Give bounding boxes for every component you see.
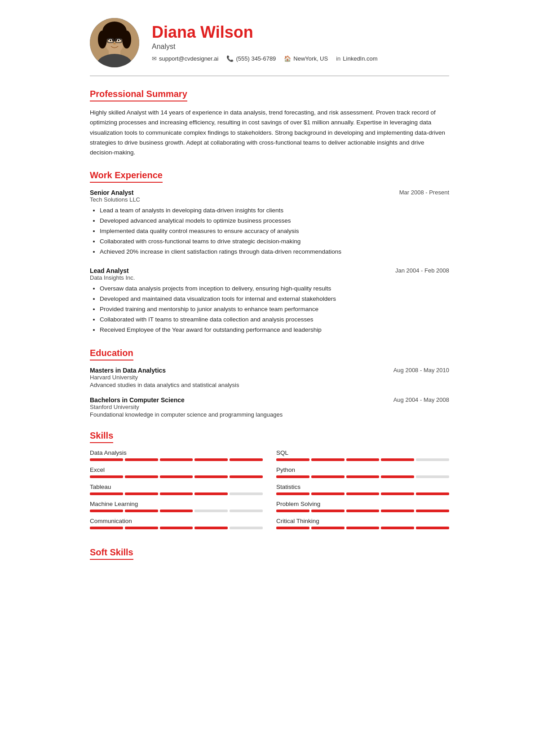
bullet: Provided training and mentorship to juni… xyxy=(100,304,449,315)
edu-date-1: Aug 2004 - May 2008 xyxy=(393,396,449,404)
bullet: Lead a team of analysts in developing da… xyxy=(100,206,449,216)
soft-skills-section: Soft Skills xyxy=(90,535,449,560)
skills-col-right: SQL Python xyxy=(276,449,449,535)
job-title-0: Senior Analyst xyxy=(90,189,134,196)
skill-tableau: Tableau xyxy=(90,483,263,495)
skill-excel: Excel xyxy=(90,466,263,478)
skill-statistics: Statistics xyxy=(276,483,449,495)
skill-python: Python xyxy=(276,466,449,478)
skill-communication: Communication xyxy=(90,518,263,529)
work-experience-title: Work Experience xyxy=(90,170,163,183)
edu-date-0: Aug 2008 - May 2010 xyxy=(393,367,449,374)
edu-entry-1: Bachelors in Computer Science Aug 2004 -… xyxy=(90,396,449,418)
skill-problem-solving: Problem Solving xyxy=(276,501,449,512)
bullet: Implemented data quality control measure… xyxy=(100,226,449,237)
bullet: Developed advanced analytical models to … xyxy=(100,216,449,226)
location-icon: 🏠 xyxy=(284,55,291,62)
candidate-title: Analyst xyxy=(152,43,449,51)
contact-phone: 📞 (555) 345-6789 xyxy=(226,55,276,62)
svg-point-6 xyxy=(122,31,131,48)
edu-desc-1: Foundational knowledge in computer scien… xyxy=(90,411,449,418)
contact-linkedin: in LinkedIn.com xyxy=(336,55,377,62)
work-experience-section: Work Experience Senior Analyst Mar 2008 … xyxy=(90,170,449,335)
skills-col-left: Data Analysis Excel xyxy=(90,449,263,535)
skill-machine-learning: Machine Learning xyxy=(90,501,263,512)
edu-school-1: Stanford University xyxy=(90,404,449,410)
job-header-1: Lead Analyst Jan 2004 - Feb 2008 xyxy=(90,267,449,274)
skill-critical-thinking: Critical Thinking xyxy=(276,518,449,529)
svg-point-14 xyxy=(113,43,116,44)
bullet: Collaborated with IT teams to streamline… xyxy=(100,315,449,325)
edu-header-0: Masters in Data Analytics Aug 2008 - May… xyxy=(90,367,449,374)
job-header-0: Senior Analyst Mar 2008 - Present xyxy=(90,189,449,196)
linkedin-icon: in xyxy=(336,55,340,62)
phone-icon: 📞 xyxy=(226,55,234,62)
skills-grid: Data Analysis Excel xyxy=(90,449,449,535)
edu-desc-0: Advanced studies in data analytics and s… xyxy=(90,382,449,388)
bullet: Collaborated with cross-functional teams… xyxy=(100,237,449,247)
header-info: Diana Wilson Analyst ✉ support@cvdesigne… xyxy=(152,23,449,62)
job-bullets-1: Oversaw data analysis projects from ince… xyxy=(90,284,449,335)
bullet: Received Employee of the Year award for … xyxy=(100,325,449,335)
summary-section: Professional Summary Highly skilled Anal… xyxy=(90,89,449,158)
job-company-1: Data Insights Inc. xyxy=(90,274,449,281)
email-icon: ✉ xyxy=(152,55,157,62)
edu-degree-1: Bachelors in Computer Science xyxy=(90,396,185,404)
skill-data-analysis: Data Analysis xyxy=(90,449,263,461)
edu-degree-0: Masters in Data Analytics xyxy=(90,367,166,374)
job-title-1: Lead Analyst xyxy=(90,267,129,274)
summary-text: Highly skilled Analyst with 14 years of … xyxy=(90,108,449,158)
bullet: Developed and maintained data visualizat… xyxy=(100,294,449,304)
skills-section: Skills Data Analysis Excel xyxy=(90,431,449,535)
edu-entry-0: Masters in Data Analytics Aug 2008 - May… xyxy=(90,367,449,388)
contact-email: ✉ support@cvdesigner.ai xyxy=(152,55,218,62)
job-company-0: Tech Solutions LLC xyxy=(90,196,449,203)
job-entry-1: Lead Analyst Jan 2004 - Feb 2008 Data In… xyxy=(90,267,449,335)
edu-school-0: Harvard University xyxy=(90,374,449,381)
svg-point-10 xyxy=(118,40,119,41)
education-title: Education xyxy=(90,348,133,360)
edu-header-1: Bachelors in Computer Science Aug 2004 -… xyxy=(90,396,449,404)
summary-title: Professional Summary xyxy=(90,89,187,101)
resume-header: Diana Wilson Analyst ✉ support@cvdesigne… xyxy=(90,18,449,76)
contact-list: ✉ support@cvdesigner.ai 📞 (555) 345-6789… xyxy=(152,55,449,62)
job-bullets-0: Lead a team of analysts in developing da… xyxy=(90,206,449,257)
skills-title: Skills xyxy=(90,431,113,443)
candidate-name: Diana Wilson xyxy=(152,23,449,41)
contact-location: 🏠 NewYork, US xyxy=(284,55,328,62)
svg-point-5 xyxy=(98,31,107,48)
job-entry-0: Senior Analyst Mar 2008 - Present Tech S… xyxy=(90,189,449,257)
bullet: Oversaw data analysis projects from ince… xyxy=(100,284,449,294)
job-date-0: Mar 2008 - Present xyxy=(399,189,449,196)
soft-skills-title: Soft Skills xyxy=(90,547,133,560)
skill-sql: SQL xyxy=(276,449,449,461)
job-date-1: Jan 2004 - Feb 2008 xyxy=(395,267,449,274)
avatar xyxy=(90,18,139,67)
svg-point-9 xyxy=(110,40,111,41)
bullet: Achieved 20% increase in client satisfac… xyxy=(100,247,449,257)
education-section: Education Masters in Data Analytics Aug … xyxy=(90,348,449,418)
